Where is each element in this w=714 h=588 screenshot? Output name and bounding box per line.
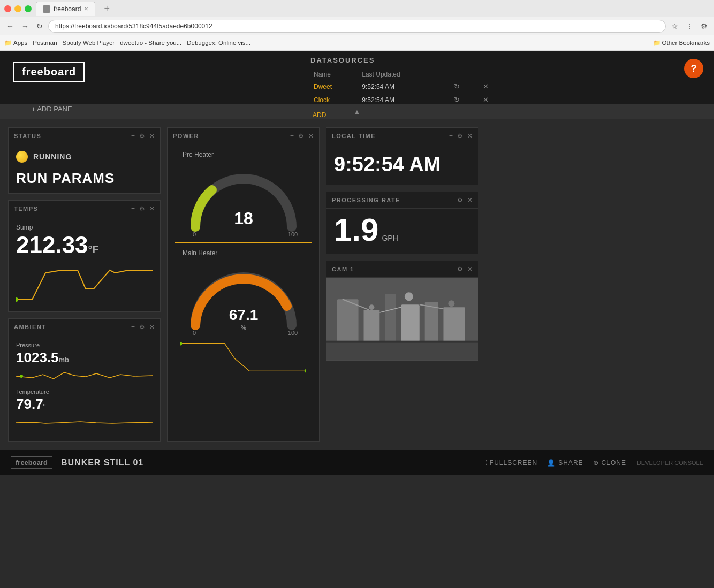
ds-col-name: Name — [312, 70, 359, 79]
ds-name-dweet[interactable]: Dweet — [312, 80, 359, 93]
temps-settings-btn[interactable]: ⚙ — [139, 205, 145, 212]
ambient-temp-sparkline — [16, 415, 153, 431]
datasources-table: Name Last Updated Dweet 9:52:54 AM ↻ ✕ C… — [310, 68, 508, 107]
power-add-btn[interactable]: + — [290, 132, 294, 140]
proc-rate-add-btn[interactable]: + — [449, 196, 453, 204]
power-widget-body: Pre Heater 18 0 100 — [168, 144, 319, 385]
ds-name-clock[interactable]: Clock — [312, 94, 359, 106]
cam1-add-btn[interactable]: + — [449, 265, 453, 273]
ambient-temp-row: Temperature 79.7° — [16, 388, 153, 431]
bookmarks-bar: 📁 Apps Postman Spotify Web Player dweet.… — [0, 35, 714, 51]
browser-tab[interactable]: freeboard ✕ — [36, 2, 95, 16]
back-btn[interactable]: ← — [4, 21, 16, 32]
ambient-delete-btn[interactable]: ✕ — [149, 323, 155, 331]
freeboard-logo: freeboard — [13, 62, 85, 82]
pre-heater-gauge-svg: 18 0 100 — [185, 168, 302, 238]
local-time-widget-header: LOCAL TIME + ⚙ ✕ — [326, 128, 478, 144]
svg-text:100: 100 — [287, 330, 297, 336]
ds-refresh-dweet[interactable]: ↻ — [452, 82, 461, 90]
status-add-btn[interactable]: + — [131, 132, 135, 140]
other-bookmarks[interactable]: 📁 Other Bookmarks — [653, 39, 710, 47]
local-time-settings-btn[interactable]: ⚙ — [457, 132, 463, 140]
processing-rate-widget-title: PROCESSING RATE — [332, 197, 449, 203]
refresh-btn[interactable]: ↻ — [34, 21, 45, 32]
cam1-widget: CAM 1 + ⚙ ✕ — [326, 261, 478, 361]
fullscreen-button[interactable]: ⛶ FULLSCREEN — [480, 459, 537, 467]
ds-refresh-clock[interactable]: ↻ — [452, 96, 461, 104]
ambient-widget-controls: + ⚙ ✕ — [131, 323, 155, 331]
menu-icon[interactable]: ⋮ — [683, 21, 695, 32]
forward-btn[interactable]: → — [19, 21, 31, 32]
local-time-widget-title: LOCAL TIME — [332, 133, 449, 139]
ds-delete-clock[interactable]: ✕ — [481, 96, 490, 104]
bookmark-dweet[interactable]: dweet.io - Share you... — [120, 40, 181, 46]
fullscreen-traffic-light[interactable] — [25, 5, 32, 12]
main-heater-gauge: 67.1 % 0 100 — [175, 261, 312, 336]
svg-point-10 — [305, 369, 306, 373]
add-pane-button[interactable]: ADD PANE — [19, 105, 85, 113]
tab-title: freeboard — [54, 5, 81, 13]
tab-favicon — [43, 5, 50, 13]
proc-rate-delete-btn[interactable]: ✕ — [467, 196, 473, 204]
status-widget-controls: + ⚙ ✕ — [131, 132, 155, 140]
temp-chart-svg — [16, 415, 153, 431]
proc-rate-settings-btn[interactable]: ⚙ — [457, 196, 463, 204]
extension-icon[interactable]: ⚙ — [698, 21, 710, 32]
pre-heater-label: Pre Heater — [183, 151, 312, 158]
fullscreen-label: FULLSCREEN — [490, 459, 537, 467]
footer-actions: ⛶ FULLSCREEN 👤 SHARE ⊕ CLONE — [480, 459, 626, 467]
local-time-widget: LOCAL TIME + ⚙ ✕ 9:52:54 AM — [326, 127, 478, 185]
status-dot — [16, 151, 28, 163]
developer-console-link[interactable]: DEVELOPER CONSOLE — [637, 460, 703, 466]
svg-rect-15 — [401, 304, 420, 342]
bookmark-spotify[interactable]: Spotify Web Player — [63, 40, 115, 46]
power-settings-btn[interactable]: ⚙ — [298, 132, 304, 140]
ambient-pressure-sparkline — [16, 368, 153, 384]
datasources-title: DATASOURCES — [310, 56, 508, 64]
minimize-traffic-light[interactable] — [14, 5, 21, 12]
ds-row-clock: Clock 9:52:54 AM ↻ ✕ — [312, 94, 507, 106]
cam1-settings-btn[interactable]: ⚙ — [457, 265, 463, 273]
main-heater-chart — [175, 336, 312, 379]
svg-text:18: 18 — [234, 209, 253, 228]
temps-delete-btn[interactable]: ✕ — [149, 205, 155, 212]
share-button[interactable]: 👤 SHARE — [547, 459, 583, 467]
svg-rect-12 — [337, 299, 359, 341]
local-time-add-btn[interactable]: + — [449, 132, 453, 140]
svg-text:100: 100 — [287, 231, 297, 238]
address-bar[interactable] — [48, 20, 666, 33]
local-time-delete-btn[interactable]: ✕ — [467, 132, 473, 140]
temps-add-btn[interactable]: + — [131, 205, 135, 212]
bookmark-postman[interactable]: Postman — [33, 40, 57, 46]
ambient-widget-body: Pressure 1023.5mb Temperature — [9, 335, 160, 441]
ds-add-button[interactable]: ADD — [310, 110, 328, 120]
status-settings-btn[interactable]: ⚙ — [139, 132, 145, 140]
svg-rect-14 — [385, 294, 396, 341]
status-widget: STATUS + ⚙ ✕ RUNNING RUN PARAMS — [8, 127, 161, 194]
status-delete-btn[interactable]: ✕ — [149, 132, 155, 140]
power-delete-btn[interactable]: ✕ — [308, 132, 314, 140]
new-tab-btn[interactable]: + — [100, 1, 114, 17]
cam1-delete-btn[interactable]: ✕ — [467, 265, 473, 273]
tab-close-btn[interactable]: ✕ — [84, 6, 88, 12]
status-indicator: RUNNING — [16, 151, 153, 163]
pre-heater-gauge: 18 0 100 — [175, 163, 312, 238]
ambient-settings-btn[interactable]: ⚙ — [139, 323, 145, 331]
ds-row-dweet: Dweet 9:52:54 AM ↻ ✕ — [312, 80, 507, 93]
ambient-add-btn[interactable]: + — [131, 323, 135, 331]
ds-delete-dweet[interactable]: ✕ — [481, 82, 490, 90]
bookmark-debuggex[interactable]: Debuggex: Online vis... — [187, 40, 250, 46]
main-heater-label: Main Heater — [183, 249, 312, 257]
local-time-value: 9:52:54 AM — [326, 144, 478, 185]
bookmark-icon[interactable]: ☆ — [669, 21, 680, 32]
temps-widget-controls: + ⚙ ✕ — [131, 205, 155, 212]
run-params-label: RUN PARAMS — [16, 170, 153, 187]
ambient-widget-header: AMBIENT + ⚙ ✕ — [9, 319, 160, 335]
help-button[interactable]: ? — [684, 59, 703, 78]
status-widget-body: RUNNING RUN PARAMS — [9, 144, 160, 193]
close-traffic-light[interactable] — [4, 5, 11, 12]
clone-button[interactable]: ⊕ CLONE — [593, 459, 626, 467]
nav-bar: ← → ↻ ☆ ⋮ ⚙ — [0, 17, 714, 35]
bookmark-apps[interactable]: 📁 Apps — [4, 39, 27, 47]
power-separator — [175, 242, 312, 243]
